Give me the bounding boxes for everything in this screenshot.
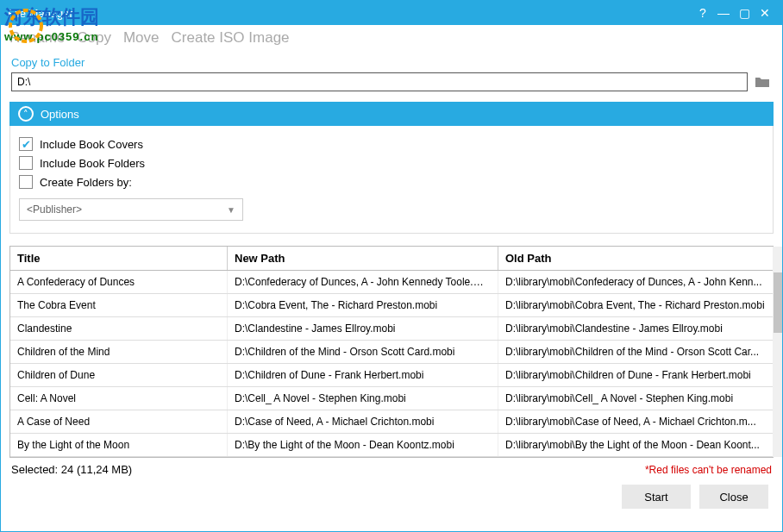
cell-newPath: D:\Children of the Mind - Orson Scott Ca… bbox=[228, 341, 498, 363]
cell-newPath: D:\Confederacy of Dunces, A - John Kenne… bbox=[228, 271, 498, 293]
collapse-icon[interactable]: ˄ bbox=[18, 106, 34, 122]
cell-newPath: D:\By the Light of the Moon - Dean Koont… bbox=[228, 434, 498, 456]
cell-oldPath: D:\library\mobi\Children of Dune - Frank… bbox=[498, 364, 773, 386]
create-folders-label: Create Folders by: bbox=[40, 176, 132, 189]
help-button[interactable]: ? bbox=[692, 4, 713, 22]
table-row[interactable]: Children of DuneD:\Children of Dune - Fr… bbox=[10, 364, 773, 387]
cell-oldPath: D:\library\mobi\Confederacy of Dunces, A… bbox=[498, 271, 773, 293]
cell-title: Children of the Mind bbox=[10, 341, 228, 363]
cell-oldPath: D:\library\mobi\Clandestine - James Ellr… bbox=[498, 317, 773, 340]
header-new-path[interactable]: New Path bbox=[228, 247, 498, 270]
cell-title: Children of Dune bbox=[10, 364, 228, 386]
cell-oldPath: D:\library\mobi\By the Light of the Moon… bbox=[498, 434, 773, 456]
warning-text: *Red files can't be renamed bbox=[645, 464, 772, 476]
table-row[interactable]: A Case of NeedD:\Case of Need, A - Micha… bbox=[10, 410, 773, 434]
browse-folder-button[interactable] bbox=[753, 72, 772, 91]
cell-title: Cell: A Novel bbox=[10, 387, 228, 410]
cell-title: By the Light of the Moon bbox=[10, 434, 228, 456]
include-folders-label: Include Book Folders bbox=[40, 157, 145, 170]
cell-title: A Confederacy of Dunces bbox=[10, 271, 228, 293]
path-input[interactable] bbox=[11, 72, 748, 91]
cell-oldPath: D:\library\mobi\Children of the Mind - O… bbox=[498, 341, 773, 363]
start-button[interactable]: Start bbox=[622, 485, 691, 509]
selected-count: Selected: 24 (11,24 MB) bbox=[11, 463, 645, 476]
cell-newPath: D:\Clandestine - James Ellroy.mobi bbox=[228, 317, 498, 340]
header-old-path[interactable]: Old Path bbox=[498, 247, 773, 270]
include-covers-checkbox[interactable] bbox=[19, 137, 33, 151]
tab-bar: Rename Copy Move Create ISO Image bbox=[1, 25, 782, 51]
cell-oldPath: D:\library\mobi\Case of Need, A - Michae… bbox=[498, 410, 773, 433]
table-row[interactable]: By the Light of the MoonD:\By the Light … bbox=[10, 434, 773, 457]
close-button[interactable]: Close bbox=[699, 485, 768, 509]
cell-newPath: D:\Case of Need, A - Michael Crichton.mo… bbox=[228, 410, 498, 433]
table-row[interactable]: Children of the MindD:\Children of the M… bbox=[10, 341, 773, 364]
table-row[interactable]: Cell: A NovelD:\Cell_ A Novel - Stephen … bbox=[10, 387, 773, 410]
table-row[interactable]: ClandestineD:\Clandestine - James Ellroy… bbox=[10, 317, 773, 341]
cell-oldPath: D:\library\mobi\Cobra Event, The - Richa… bbox=[498, 294, 773, 316]
status-bar: Selected: 24 (11,24 MB) *Red files can't… bbox=[1, 458, 782, 476]
cell-oldPath: D:\library\mobi\Cell_ A Novel - Stephen … bbox=[498, 387, 773, 410]
tab-move[interactable]: Move bbox=[123, 29, 160, 47]
include-covers-label: Include Book Covers bbox=[40, 138, 143, 151]
folder-by-value: <Publisher> bbox=[27, 203, 82, 216]
cell-newPath: D:\Children of Dune - Frank Herbert.mobi bbox=[228, 364, 498, 386]
file-table: Title New Path Old Path A Confederacy of… bbox=[9, 246, 774, 458]
folder-icon bbox=[755, 76, 770, 88]
table-row[interactable]: A Confederacy of DuncesD:\Confederacy of… bbox=[10, 271, 773, 294]
copy-to-label: Copy to Folder bbox=[1, 51, 782, 72]
maximize-button[interactable]: ▢ bbox=[734, 4, 755, 22]
tab-create-iso[interactable]: Create ISO Image bbox=[172, 29, 290, 47]
window-title: File Manager bbox=[8, 7, 692, 20]
create-folders-checkbox[interactable] bbox=[19, 175, 33, 189]
scrollbar[interactable] bbox=[773, 247, 783, 457]
cell-newPath: D:\Cell_ A Novel - Stephen King.mobi bbox=[228, 387, 498, 410]
include-folders-checkbox[interactable] bbox=[19, 156, 33, 170]
header-title[interactable]: Title bbox=[10, 247, 228, 270]
cell-title: The Cobra Event bbox=[10, 294, 228, 316]
close-window-button[interactable]: ✕ bbox=[755, 4, 775, 22]
chevron-down-icon: ▼ bbox=[227, 205, 235, 215]
folder-by-select[interactable]: <Publisher> ▼ bbox=[19, 198, 243, 221]
options-title: Options bbox=[41, 108, 79, 121]
cell-newPath: D:\Cobra Event, The - Richard Preston.mo… bbox=[228, 294, 498, 316]
options-panel: Include Book Covers Include Book Folders… bbox=[9, 126, 774, 234]
tab-rename[interactable]: Rename bbox=[9, 29, 65, 47]
cell-title: A Case of Need bbox=[10, 410, 228, 433]
cell-title: Clandestine bbox=[10, 317, 228, 340]
table-header: Title New Path Old Path bbox=[10, 247, 773, 271]
titlebar: File Manager ? — ▢ ✕ bbox=[1, 1, 782, 25]
table-body: A Confederacy of DuncesD:\Confederacy of… bbox=[10, 271, 773, 457]
options-header[interactable]: ˄ Options bbox=[9, 102, 774, 126]
button-row: Start Close bbox=[1, 476, 782, 517]
minimize-button[interactable]: — bbox=[713, 4, 734, 22]
table-row[interactable]: The Cobra EventD:\Cobra Event, The - Ric… bbox=[10, 294, 773, 317]
tab-copy[interactable]: Copy bbox=[77, 29, 111, 47]
scrollbar-thumb[interactable] bbox=[774, 272, 783, 333]
